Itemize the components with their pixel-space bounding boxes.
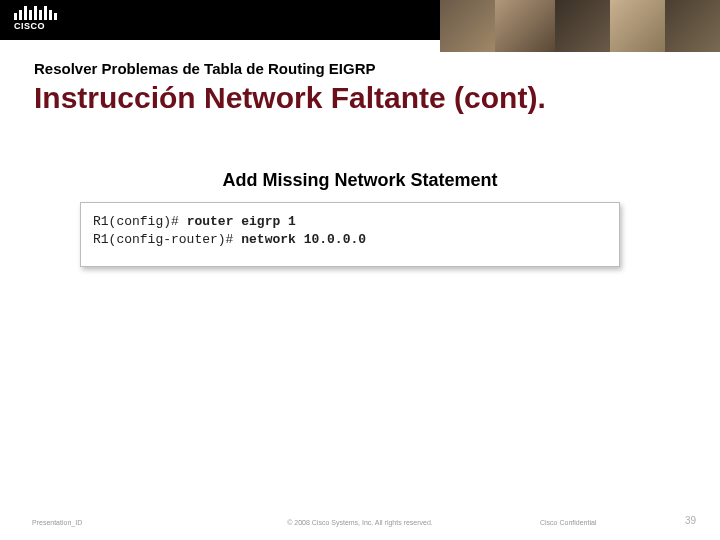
page-number: 39 [685, 515, 696, 526]
confidential-label: Cisco Confidential [540, 519, 596, 526]
cli-command: network 10.0.0.0 [241, 232, 366, 247]
cli-code-box: R1(config)# router eigrp 1 R1(config-rou… [80, 202, 620, 267]
cli-line: R1(config)# router eigrp 1 [93, 213, 607, 231]
presentation-id: Presentation_ID [32, 519, 82, 526]
heading-block: Resolver Problemas de Tabla de Routing E… [34, 60, 700, 114]
slide-title: Instrucción Network Faltante (cont). [34, 81, 700, 114]
cisco-logo-bars [14, 6, 57, 20]
cisco-logo: CISCO [14, 6, 57, 31]
slide-kicker: Resolver Problemas de Tabla de Routing E… [34, 60, 700, 77]
slide: CISCO Resolver Problemas de Tabla de Rou… [0, 0, 720, 540]
cisco-wordmark: CISCO [14, 21, 57, 31]
cli-prompt: R1(config)# [93, 214, 187, 229]
copyright-text: © 2008 Cisco Systems, Inc. All rights re… [287, 519, 433, 526]
cli-line: R1(config-router)# network 10.0.0.0 [93, 231, 607, 249]
cli-command: router eigrp 1 [187, 214, 296, 229]
section-subhead: Add Missing Network Statement [0, 170, 720, 191]
header-photo-strip [440, 0, 720, 52]
cli-prompt: R1(config-router)# [93, 232, 241, 247]
